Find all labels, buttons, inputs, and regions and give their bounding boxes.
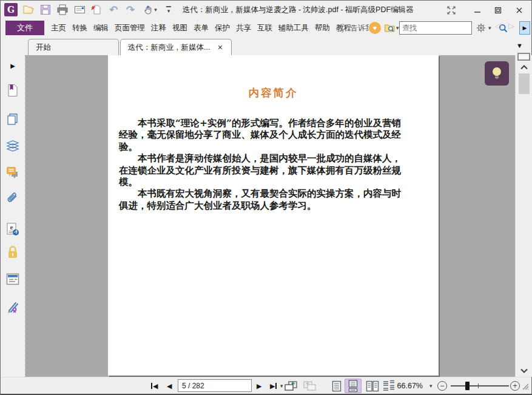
scroll-up-icon[interactable] — [520, 64, 528, 70]
previous-view-icon[interactable] — [283, 377, 298, 394]
zoom-dropdown-icon[interactable]: ▾ — [429, 377, 433, 394]
zoom-level[interactable]: 66.67% — [394, 377, 423, 394]
tab-overflow-icon[interactable]: ▼ — [516, 42, 523, 49]
zoom-out-button[interactable]: − — [437, 381, 447, 391]
layout-single-page-icon[interactable] — [328, 379, 345, 393]
menu-item-comment[interactable]: 注释 — [148, 23, 169, 33]
window-title: 迭代：新商业，新媒体与逆袭之路 - 沈帅波.pdf - 福昕高级PDF编辑器 — [183, 1, 414, 19]
shared-review-folder-icon[interactable]: ▾ — [384, 23, 399, 33]
app-window: G ↶ ↷ ▾ ▾ 迭 — [0, 0, 532, 395]
split-view-handle[interactable] — [517, 53, 530, 61]
menu-bar: 文件 主页 转换 编辑 页面管理 注释 视图 表单 保护 共享 互联 辅助工具 … — [1, 19, 531, 37]
open-file-icon[interactable] — [22, 4, 35, 16]
menu-item-help[interactable]: 帮助 — [312, 23, 333, 33]
expand-toolbar-button[interactable]: ▶ — [519, 21, 530, 35]
menu-item-organize[interactable]: 页面管理 — [112, 23, 148, 33]
settings[interactable]: ▾ — [476, 19, 491, 37]
pdf-page[interactable]: 内容简介 本书采取“理论+实例”的形式编写。作者结合多年的创业及营销经验，毫无保… — [108, 55, 439, 376]
security-panel-icon[interactable] — [1, 245, 25, 260]
search-box — [399, 21, 472, 35]
restore-icon[interactable] — [493, 5, 503, 15]
fields-panel-icon[interactable] — [1, 271, 25, 287]
menu-items: 主页 转换 编辑 页面管理 注释 视图 表单 保护 共享 互联 辅助工具 帮助 … — [48, 19, 354, 37]
page-number-input[interactable] — [178, 382, 280, 390]
page-body: 本书采取“理论+实例”的形式编写。作者结合多年的创业及营销经验，毫无保留地分享了… — [119, 117, 401, 211]
previous-page-button[interactable]: ◀ — [167, 377, 172, 394]
menu-item-accessibility[interactable]: 辅助工具 — [275, 23, 312, 33]
next-view-icon[interactable] — [303, 377, 317, 394]
tab-start[interactable]: 开始 — [28, 39, 119, 55]
gear-icon — [476, 23, 486, 33]
assistant-lightbulb-icon — [490, 66, 503, 81]
menu-item-share[interactable]: 共享 — [233, 23, 254, 33]
zoom-slider-handle[interactable] — [465, 382, 470, 390]
minimize-icon[interactable] — [473, 5, 482, 15]
attachments-panel-icon[interactable] — [1, 191, 25, 207]
bookmarks-panel-icon[interactable] — [1, 83, 25, 98]
redo-icon[interactable]: ↷ — [124, 4, 136, 16]
menu-file-button[interactable]: 文件 — [5, 21, 44, 35]
menu-item-form[interactable]: 表单 — [190, 23, 212, 33]
save-icon[interactable] — [39, 4, 52, 16]
menu-item-protect[interactable]: 保护 — [212, 23, 233, 33]
history-forward-icon[interactable]: ▷ — [508, 21, 514, 30]
like-heart-icon[interactable]: ♥ — [369, 22, 381, 34]
menu-item-connect[interactable]: 互联 — [254, 23, 275, 33]
history-back-icon[interactable]: ◁ — [495, 21, 501, 30]
sign-panel-icon[interactable] — [1, 299, 25, 315]
layout-continuous-icon[interactable] — [345, 379, 362, 393]
comments-panel-icon[interactable] — [1, 164, 25, 180]
first-page-button[interactable]: ◀ — [151, 377, 158, 394]
paragraph: 本书作者是湃动传媒创始人，是国内较早一批成功的自媒体人，在连锁企业及文化产业有所… — [119, 152, 401, 187]
resize-grip-icon[interactable] — [521, 377, 529, 394]
paragraph: 本书既有宏大视角洞察，又有最契合实际的实操方案，内容与时俱进，特别适合广大创业者… — [119, 187, 401, 211]
svg-text:e: e — [10, 223, 13, 231]
paragraph: 本书采取“理论+实例”的形式编写。作者结合多年的创业及营销经验，毫无保留地分享了… — [119, 117, 401, 152]
digital-signatures-panel-icon[interactable]: e — [1, 221, 25, 237]
document-view[interactable]: 内容简介 本书采取“理论+实例”的形式编写。作者结合多年的创业及营销经验，毫无保… — [25, 55, 515, 377]
scroll-down-icon[interactable] — [520, 367, 528, 373]
tab-start-label: 开始 — [36, 42, 51, 53]
navigation-panel-strip: ▶ e — [1, 55, 25, 377]
customize-toolbar-icon[interactable]: ▾ — [164, 4, 173, 16]
quick-access-toolbar: G ↶ ↷ ▾ ▾ — [4, 2, 173, 17]
fullscreen-icon[interactable] — [446, 5, 456, 15]
menu-item-edit[interactable]: 编辑 — [90, 23, 112, 33]
title-bar: G ↶ ↷ ▾ ▾ 迭 — [1, 1, 531, 19]
page-dropdown-icon[interactable]: ▾ — [280, 383, 283, 389]
layout-facing-icon[interactable] — [364, 379, 381, 393]
scrollbar-thumb[interactable] — [519, 73, 530, 94]
zoom-in-button[interactable]: + — [510, 381, 520, 391]
next-page-button[interactable]: ▶ — [257, 377, 261, 394]
tab-document-label: 迭代：新商业，新媒体... — [128, 42, 210, 53]
menu-item-view[interactable]: 视图 — [169, 23, 190, 33]
pages-panel-icon[interactable] — [1, 111, 25, 127]
foxit-logo-icon[interactable]: G — [4, 3, 18, 16]
hand-tool-icon[interactable]: ▾ — [141, 4, 160, 16]
main-area: ▶ e — [1, 55, 532, 377]
undo-icon[interactable]: ↶ — [107, 4, 120, 16]
menu-item-convert[interactable]: 转换 — [69, 23, 90, 33]
status-bar: ◀ ◀ ▾ ▶ ▶ 66.67% — [1, 377, 531, 394]
lightbulb-icon — [338, 23, 347, 33]
menu-item-home[interactable]: 主页 — [48, 23, 69, 33]
tell-me-label: 告诉我 — [351, 23, 369, 33]
zoom-slider-track[interactable] — [451, 385, 509, 387]
create-from-file-icon[interactable] — [90, 4, 103, 16]
layers-panel-icon[interactable] — [1, 138, 25, 154]
document-tab-bar: 开始 迭代：新商业，新媒体... × ▼ — [1, 37, 531, 55]
close-icon[interactable] — [514, 5, 524, 15]
vertical-scrollbar[interactable] — [515, 55, 532, 377]
ai-assistant-button[interactable] — [485, 61, 509, 86]
zoom-slider-tick — [478, 383, 479, 388]
print-icon[interactable] — [56, 4, 69, 16]
expand-panel-icon[interactable]: ▶ — [1, 58, 25, 73]
page-title: 内容简介 — [108, 55, 439, 100]
tab-document[interactable]: 迭代：新商业，新媒体... × — [120, 39, 232, 55]
last-page-button[interactable]: ▶ — [270, 377, 277, 394]
page-number-box: ▾ — [178, 379, 252, 392]
tell-me[interactable]: 告诉我 — [338, 19, 369, 37]
email-icon[interactable] — [73, 4, 86, 16]
tab-close-icon[interactable]: × — [217, 43, 224, 52]
